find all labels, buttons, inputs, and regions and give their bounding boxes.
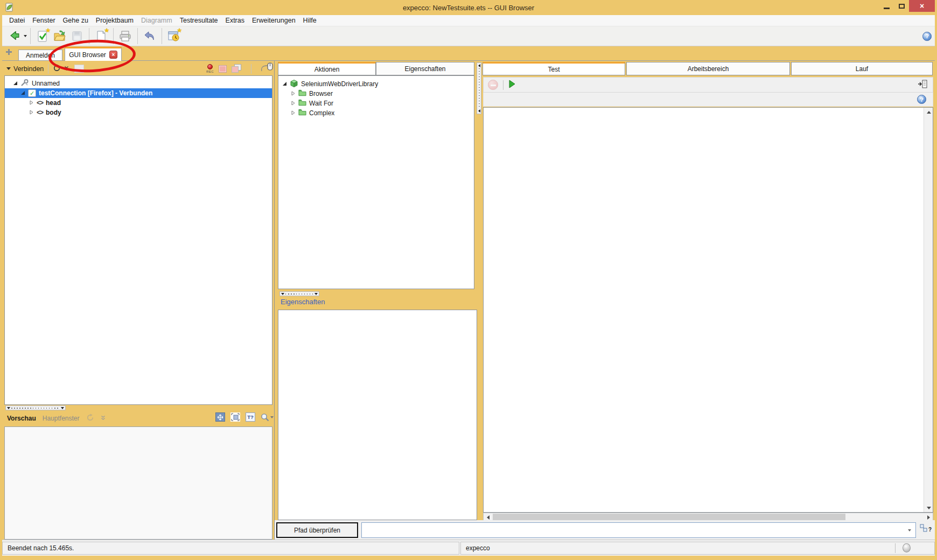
open-folder-icon: [53, 30, 67, 43]
open-file-button[interactable]: [51, 28, 68, 44]
tree-label-connection: testConnection [Firefox] - Verbunden: [39, 89, 152, 97]
menu-testresultate[interactable]: Testresultate: [176, 16, 222, 25]
menu-gehe-zu[interactable]: Gehe zu: [59, 16, 92, 25]
expander-open-icon[interactable]: [13, 80, 18, 87]
new-document-button[interactable]: ★: [93, 28, 110, 44]
text-inspect-button[interactable]: T?: [246, 412, 255, 422]
toolbar-separator: [137, 28, 138, 44]
properties-panel: [278, 310, 477, 520]
undo-arrow-icon: [143, 30, 156, 43]
menu-fenster[interactable]: Fenster: [29, 16, 59, 25]
expander-closed-icon[interactable]: [291, 90, 296, 97]
refresh-icon: [86, 414, 94, 422]
refresh-options-button[interactable]: [64, 65, 69, 73]
plus-icon: [5, 48, 12, 55]
preview-tools: T?: [215, 412, 274, 422]
help-icon[interactable]: ?: [917, 95, 926, 104]
path-input[interactable]: [363, 524, 904, 536]
menu-erweiterungen[interactable]: Erweiterungen: [248, 16, 299, 25]
tab-anmelden[interactable]: Anmelden: [18, 50, 62, 60]
move-crosshair-button[interactable]: [215, 412, 225, 422]
back-button[interactable]: [5, 28, 23, 44]
dom-tree-panel: Unnamed ✓ testConnection [Firefox] - Ver…: [4, 75, 272, 405]
tree-row-wait-for[interactable]: Wait For: [278, 99, 474, 108]
status-separator: [895, 543, 896, 553]
tree-row-complex[interactable]: Complex: [278, 108, 474, 118]
toggle-panel-button[interactable]: [918, 79, 928, 91]
check-path-label: Pfad überprüfen: [294, 527, 340, 534]
toolbar-separator: [113, 28, 114, 44]
multi-screenshot-button[interactable]: [232, 64, 242, 73]
left-splitter-handle[interactable]: [5, 405, 66, 410]
tree-row-library[interactable]: SeleniumWebDriverLibrary: [278, 79, 474, 89]
refresh-icon: [53, 64, 61, 72]
preview-options-button[interactable]: [101, 415, 106, 422]
screenshot-button[interactable]: [219, 65, 227, 73]
scroll-up-button[interactable]: [924, 108, 933, 116]
tab-arbeitsbereich-label: Arbeitsbereich: [688, 65, 729, 73]
toolbar-separator: [162, 28, 162, 44]
tab-lauf[interactable]: Lauf: [791, 62, 933, 75]
back-arrow-icon: [8, 29, 21, 44]
tab-arbeitsbereich[interactable]: Arbeitsbereich: [626, 62, 790, 75]
tab-aktionen[interactable]: Aktionen: [278, 62, 376, 75]
expander-closed-icon[interactable]: [291, 100, 296, 107]
run-button[interactable]: [508, 80, 516, 90]
minimize-button[interactable]: [879, 0, 894, 12]
menu-extras[interactable]: Extras: [222, 16, 248, 25]
expander-closed-icon[interactable]: [291, 109, 296, 117]
tab-close-button[interactable]: ×: [109, 51, 117, 59]
pick-element-button[interactable]: [261, 62, 274, 75]
toolbar-separator: [48, 64, 48, 74]
zoom-dropdown-icon[interactable]: [270, 416, 274, 418]
tabrow-divider: [2, 60, 935, 61]
tree-row-connection-selected[interactable]: ✓ testConnection [Firefox] - Verbunden: [5, 88, 272, 98]
middle-splitter-handle[interactable]: [279, 291, 319, 296]
tab-eigenschaften[interactable]: Eigenschaften: [376, 62, 474, 75]
refresh-button[interactable]: [53, 64, 61, 74]
star-icon: ★: [104, 27, 109, 34]
status-app-cell: expecco: [460, 542, 935, 555]
tree-row-unnamed[interactable]: Unnamed: [5, 79, 272, 88]
expander-open-icon[interactable]: [20, 89, 25, 97]
connect-label[interactable]: Verbinden: [13, 65, 44, 73]
print-button[interactable]: [117, 28, 134, 44]
tab-test[interactable]: Test: [483, 62, 625, 75]
select-region-button[interactable]: [230, 412, 240, 422]
scroll-down-button[interactable]: [924, 503, 933, 512]
help-icon[interactable]: ?: [922, 32, 932, 41]
back-dropdown-icon[interactable]: [24, 35, 27, 37]
expander-open-icon[interactable]: [282, 80, 287, 88]
path-bar: Pfad überprüfen ?: [275, 520, 935, 540]
tree-row-body[interactable]: <> body: [5, 108, 272, 117]
minimize-icon: [884, 8, 890, 9]
zoom-button[interactable]: [261, 413, 274, 422]
tree-label-head: head: [46, 99, 61, 107]
menu-datei[interactable]: Datei: [5, 16, 29, 25]
vertical-scrollbar[interactable]: [924, 108, 933, 512]
menu-projektbaum[interactable]: Projektbaum: [92, 16, 137, 25]
menu-hilfe[interactable]: Hilfe: [299, 16, 320, 25]
close-button[interactable]: ×: [909, 0, 935, 12]
add-tab-button[interactable]: [5, 48, 12, 57]
magnifier-icon: [261, 413, 269, 422]
tree-row-browser[interactable]: Browser: [278, 89, 474, 99]
record-icon: [207, 64, 213, 69]
connection-help-button[interactable]: ?: [920, 524, 932, 533]
expander-closed-icon[interactable]: [29, 99, 34, 107]
apply-check-button[interactable]: ★: [34, 28, 51, 44]
tree-row-head[interactable]: <> head: [5, 98, 272, 108]
expander-closed-icon[interactable]: [29, 109, 34, 116]
record-test-button: [488, 80, 498, 90]
vertical-splitter-handle[interactable]: [477, 62, 481, 114]
gui-browser-button[interactable]: ★: [165, 28, 183, 44]
undo-button[interactable]: [141, 28, 158, 44]
check-path-button[interactable]: Pfad überprüfen: [276, 522, 358, 538]
record-button[interactable]: REC: [206, 64, 214, 73]
preview-title: Vorschau: [7, 415, 36, 422]
tab-gui-browser[interactable]: GUI Browser ×: [65, 47, 122, 61]
maximize-button[interactable]: [894, 0, 909, 12]
path-dropdown-button[interactable]: [905, 524, 914, 536]
connect-dropdown-icon[interactable]: [6, 67, 11, 70]
toolbar-separator: [30, 28, 31, 44]
